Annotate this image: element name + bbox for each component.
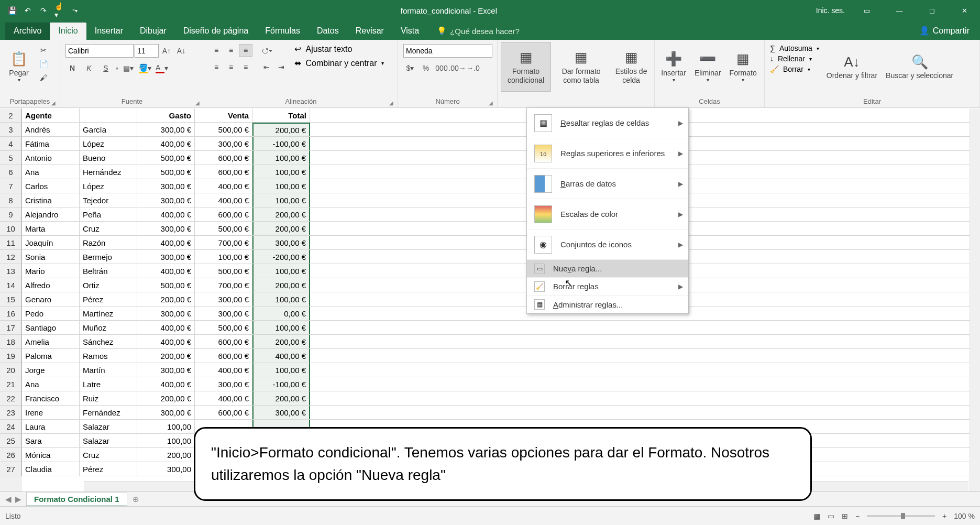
cell[interactable]: Marta [22,222,80,235]
undo-icon[interactable]: ↶ [23,6,32,15]
align-top-icon[interactable]: ≡ [210,44,223,57]
align-bottom-icon[interactable]: ≡ [239,44,252,57]
zoom-in-icon[interactable]: + [942,512,946,520]
cell[interactable]: 300,00 € [137,179,195,193]
cell[interactable]: López [80,137,137,150]
row-header[interactable]: 10 [0,222,22,236]
cell[interactable]: Claudia [22,462,80,476]
cell[interactable] [310,349,980,363]
cell[interactable]: Alejandro [22,207,80,221]
cell[interactable]: Ramos [80,349,137,363]
cell[interactable]: Irene [22,406,80,419]
cell[interactable]: 500,00 € [137,151,195,165]
table-row[interactable]: SoniaBermejo300,00 €100,00 €-200,00 € [22,250,980,264]
cell[interactable]: Amelia [22,335,80,348]
view-normal-icon[interactable]: ▦ [813,512,820,520]
cell[interactable]: Gasto [137,108,195,122]
cell[interactable]: 400,00 € [195,391,252,405]
cell[interactable]: 300,00 € [252,236,310,249]
row-header[interactable]: 14 [0,278,22,292]
table-row[interactable]: AlejandroPeña400,00 €600,00 €200,00 € [22,207,980,222]
row-header[interactable]: 2 [0,108,22,123]
vertical-scrollbar[interactable] [970,108,980,491]
view-pagebreak-icon[interactable]: ⊞ [842,512,848,520]
cell[interactable]: -100,00 € [252,377,310,391]
cell[interactable]: Cristina [22,193,80,207]
cell[interactable]: Genaro [22,292,80,306]
cell[interactable]: 600,00 € [195,165,252,179]
cell[interactable]: Cruz [80,222,137,235]
number-format-combo[interactable] [403,44,492,58]
thousands-icon[interactable]: 000 [435,62,448,74]
menu-color-scales[interactable]: Escalas de color ▶ [527,199,688,229]
tab-file[interactable]: Archivo [5,23,50,40]
find-select-button[interactable]: 🔍Buscar y seleccionar [883,42,956,92]
cell[interactable]: Sara [22,434,80,447]
sign-in-link[interactable]: Inic. ses. [816,6,845,15]
cell[interactable]: -100,00 € [252,137,310,150]
menu-manage-rules[interactable]: ▦ Administrar reglas... [527,296,688,313]
cell[interactable]: Pérez [80,462,137,476]
tab-layout[interactable]: Diseño de página [175,23,257,40]
cell[interactable]: Peña [80,207,137,221]
merge-center-button[interactable]: ⬌ Combinar y centrar ▾ [294,58,384,68]
font-color-icon[interactable]: A▾ [155,62,169,74]
align-middle-icon[interactable]: ≡ [224,44,238,57]
table-row[interactable]: GenaroPérez200,00 €300,00 €100,00 € [22,292,980,307]
row-header[interactable]: 21 [0,377,22,391]
cell[interactable]: 100,00 [137,420,195,433]
zoom-level[interactable]: 100 % [954,512,975,520]
cell[interactable]: -200,00 € [252,250,310,264]
table-row[interactable]: AlfredoOrtiz500,00 €700,00 €200,00 € [22,278,980,292]
cell[interactable]: 300,00 € [137,222,195,235]
table-row[interactable]: FátimaLópez400,00 €300,00 €-100,00 € [22,137,980,151]
close-icon[interactable]: ✕ [954,0,975,21]
cell[interactable]: 200,00 € [137,349,195,363]
delete-cells-button[interactable]: ➖Eliminar▾ [691,42,724,92]
cell[interactable]: Salazar [80,420,137,433]
cell[interactable]: Mario [22,264,80,278]
row-header[interactable]: 17 [0,321,22,335]
format-painter-icon[interactable]: 🖌 [37,71,50,84]
save-icon[interactable]: 💾 [7,6,17,15]
menu-highlight-rules[interactable]: ▦ Resaltar reglas de celdas ▶ [527,108,688,138]
table-row[interactable]: MarioBeltrán400,00 €500,00 €100,00 € [22,264,980,278]
underline-button[interactable]: S [99,62,113,74]
cell[interactable]: 500,00 € [195,321,252,334]
cell[interactable]: Martínez [80,307,137,320]
cell[interactable]: 400,00 € [137,207,195,221]
sheet-next-icon[interactable]: ▶ [15,495,21,504]
percent-icon[interactable]: % [419,62,433,74]
tell-me[interactable]: 💡 ¿Qué desea hacer? [437,26,520,40]
cell[interactable]: 300,00 € [195,377,252,391]
tab-data[interactable]: Datos [309,23,347,40]
cell[interactable] [80,108,137,122]
cell[interactable]: 700,00 € [195,236,252,249]
border-icon[interactable]: ▦▾ [122,62,135,74]
cell[interactable]: 100,00 € [252,264,310,278]
table-row[interactable]: MartaCruz300,00 €500,00 €200,00 € [22,222,980,236]
share-button[interactable]: 👤 Compartir [919,26,970,40]
cell[interactable]: Hernández [80,165,137,179]
cell[interactable]: 300,00 [137,462,195,476]
row-header[interactable]: 9 [0,207,22,222]
cell[interactable]: Martín [80,363,137,377]
cell[interactable] [310,363,980,377]
cell[interactable]: 200,00 € [137,391,195,405]
row-header[interactable]: 26 [0,448,22,462]
launcher-icon[interactable]: ◢ [389,100,393,106]
maximize-icon[interactable]: ◻ [921,0,942,21]
orientation-icon[interactable]: ⭯▾ [260,44,273,57]
menu-icon-sets[interactable]: ◉ Conjuntos de iconos ▶ [527,229,688,260]
cell[interactable]: 100,00 € [252,179,310,193]
row-header[interactable]: 4 [0,137,22,151]
cell[interactable]: 500,00 € [195,264,252,278]
cell[interactable]: 300,00 € [137,123,195,136]
align-left-icon[interactable]: ≡ [210,61,223,73]
cell[interactable]: 200,00 € [252,335,310,348]
menu-new-rule[interactable]: ▭ Nueva regla... [527,260,688,278]
table-row[interactable]: AnaLatre400,00 €300,00 €-100,00 € [22,377,980,391]
accounting-icon[interactable]: $▾ [403,62,417,74]
zoom-out-icon[interactable]: − [855,512,860,520]
cell[interactable]: Laura [22,420,80,433]
